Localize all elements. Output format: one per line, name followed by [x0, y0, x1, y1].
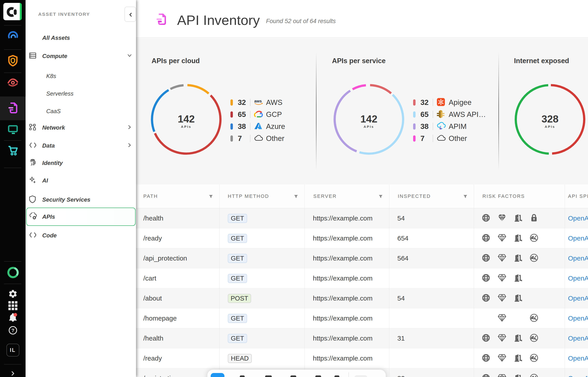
svg-text:?: ? — [11, 328, 14, 333]
svg-text:aws: aws — [254, 99, 262, 103]
